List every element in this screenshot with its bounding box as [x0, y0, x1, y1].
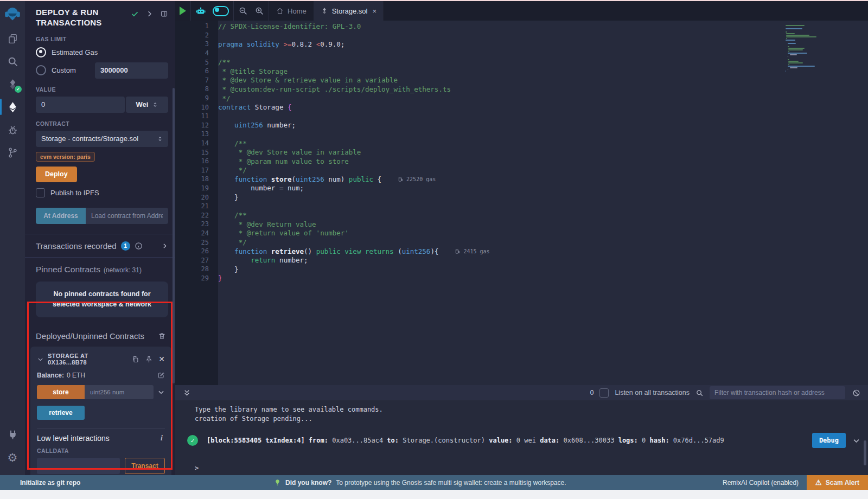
code-line[interactable]: 26 function retrieve() public view retur… — [175, 247, 868, 256]
code-line[interactable]: 21 — [175, 202, 868, 211]
activity-git[interactable] — [0, 141, 25, 164]
transaction-log-row[interactable]: ✓ [block:5583405 txIndex:4] from: 0xa03.… — [187, 433, 860, 448]
custom-gas-input[interactable] — [95, 62, 168, 79]
code-text: function retrieve() public view returns … — [218, 247, 438, 255]
code-line[interactable]: 1// SPDX-License-Identifier: GPL-3.0 — [175, 22, 868, 31]
listen-all-checkbox[interactable] — [599, 388, 609, 398]
code-text: } — [218, 265, 239, 273]
at-address-input[interactable] — [86, 208, 168, 224]
calldata-input[interactable] — [37, 458, 120, 474]
expand-terminal-icon[interactable] — [183, 389, 191, 397]
activity-debugger[interactable] — [0, 118, 25, 141]
code-line[interactable]: 14 /** — [175, 139, 868, 148]
store-arg-input[interactable] — [85, 385, 154, 399]
minimap-line — [788, 49, 803, 50]
code-line[interactable]: 11 — [175, 112, 868, 121]
instance-title[interactable]: STORAGE AT 0X136...8B78 — [48, 353, 127, 366]
terminal-prompt[interactable]: > — [195, 464, 199, 472]
code-line[interactable]: 9 */ — [175, 94, 868, 103]
activity-plugin-manager[interactable] — [0, 423, 25, 446]
code-line[interactable]: 18 function store(uint256 num) public {2… — [175, 175, 868, 184]
pin-panel-icon[interactable] — [160, 10, 168, 18]
pin-icon[interactable] — [145, 355, 153, 363]
tab-storage-sol[interactable]: Storage.sol × — [314, 1, 384, 21]
store-function-button[interactable]: store — [37, 385, 85, 399]
activity-file-explorer[interactable] — [0, 27, 25, 50]
code-line[interactable]: 16 * @param num value to store — [175, 157, 868, 166]
publish-ipfs-checkbox[interactable] — [36, 188, 45, 197]
git-init-button[interactable]: Initialize as git repo — [0, 479, 80, 487]
code-line[interactable]: 27 return number; — [175, 255, 868, 265]
code-line[interactable]: 28 } — [175, 265, 868, 274]
chevron-down-icon[interactable] — [37, 356, 44, 363]
publish-ipfs-option[interactable]: Publish to IPFS — [36, 188, 168, 197]
chevron-down-icon[interactable] — [852, 437, 860, 445]
info-icon[interactable]: i — [161, 434, 163, 443]
activity-deploy-run[interactable] — [0, 95, 25, 118]
code-line[interactable]: 3pragma solidity >=0.8.2 <0.9.0; — [175, 40, 868, 49]
code-editor[interactable]: 1// SPDX-License-Identifier: GPL-3.023pr… — [175, 21, 868, 385]
transact-button[interactable]: Transact — [125, 458, 165, 474]
custom-gas-option[interactable]: Custom — [36, 62, 168, 79]
trash-icon[interactable] — [158, 332, 166, 340]
remix-logo-icon[interactable] — [0, 1, 25, 27]
activity-settings[interactable]: ⚙ — [0, 446, 25, 469]
editor-minimap[interactable] — [786, 25, 868, 72]
retrieve-function-button[interactable]: retrieve — [37, 406, 85, 420]
chevron-right-icon[interactable] — [145, 10, 154, 18]
clear-filter-icon[interactable] — [852, 389, 860, 397]
terminal-filter-input[interactable] — [710, 386, 845, 399]
code-line[interactable]: 10contract Storage { — [175, 103, 868, 112]
code-line[interactable]: 6 * @title Storage — [175, 67, 868, 76]
terminal-output[interactable]: Type the library name to see available c… — [175, 400, 868, 475]
code-line[interactable]: 4 — [175, 49, 868, 58]
copy-icon[interactable] — [131, 355, 139, 363]
code-line[interactable]: 25 */ — [175, 238, 868, 247]
close-instance-icon[interactable]: ✕ — [158, 355, 165, 363]
run-script-icon[interactable] — [180, 7, 186, 15]
panel-scrollbar[interactable] — [173, 88, 175, 383]
tx-success-icon: ✓ — [187, 435, 198, 446]
code-line[interactable]: 7 * @dev Store & retrieve value in a var… — [175, 76, 868, 85]
custom-gas-radio[interactable] — [36, 65, 46, 75]
activity-solidity-compiler[interactable]: ✓ — [0, 73, 25, 95]
zoom-in-icon[interactable] — [254, 6, 264, 16]
code-line[interactable]: 19 number = num; — [175, 184, 868, 193]
code-line[interactable]: 22 /** — [175, 210, 868, 220]
estimated-gas-radio[interactable] — [36, 47, 46, 57]
tab-home[interactable]: Home — [269, 1, 314, 21]
code-line[interactable]: 23 * @dev Return value — [175, 220, 868, 229]
contract-select[interactable]: Storage - contracts/Storage.sol — [36, 131, 168, 147]
code-line[interactable]: 12 uint256 number; — [175, 121, 868, 130]
code-line[interactable]: 29} — [175, 274, 868, 283]
zoom-out-icon[interactable] — [238, 6, 248, 16]
info-icon[interactable] — [135, 242, 143, 250]
chevron-right-icon[interactable] — [161, 242, 168, 250]
code-line[interactable]: 2 — [175, 31, 868, 40]
transactions-recorded-row[interactable]: Transactions recorded 1 — [36, 234, 168, 257]
edit-icon[interactable] — [157, 372, 165, 379]
code-line[interactable]: 5/** — [175, 57, 868, 67]
at-address-button[interactable]: At Address — [36, 208, 86, 224]
line-number: 9 — [175, 94, 218, 102]
chevron-down-icon[interactable] — [157, 388, 165, 396]
code-line[interactable]: 15 * @dev Store value in variable — [175, 148, 868, 157]
terminal-scrollbar[interactable] — [864, 440, 866, 465]
value-input[interactable] — [36, 97, 125, 113]
debug-button[interactable]: Debug — [812, 433, 846, 448]
panel-check-icon — [131, 10, 139, 18]
code-line[interactable]: 13 — [175, 130, 868, 139]
code-line[interactable]: 24 * @return value of 'number' — [175, 229, 868, 238]
deploy-button[interactable]: Deploy — [36, 167, 77, 182]
scam-alert-button[interactable]: ⚠ Scam Alert — [807, 475, 868, 490]
activity-search[interactable] — [0, 50, 25, 73]
remixai-robot-icon[interactable] — [195, 5, 206, 16]
record-toggle-icon[interactable] — [213, 6, 229, 16]
value-unit-select[interactable]: Wei — [126, 97, 168, 113]
code-line[interactable]: 8 * @custom:dev-run-script ./scripts/dep… — [175, 85, 868, 94]
code-line[interactable]: 17 */ — [175, 166, 868, 175]
close-tab-icon[interactable]: × — [372, 7, 376, 15]
code-line[interactable]: 20 } — [175, 193, 868, 202]
estimated-gas-option[interactable]: Estimated Gas — [36, 47, 168, 57]
copilot-status[interactable]: RemixAI Copilot (enabled) — [723, 479, 799, 487]
